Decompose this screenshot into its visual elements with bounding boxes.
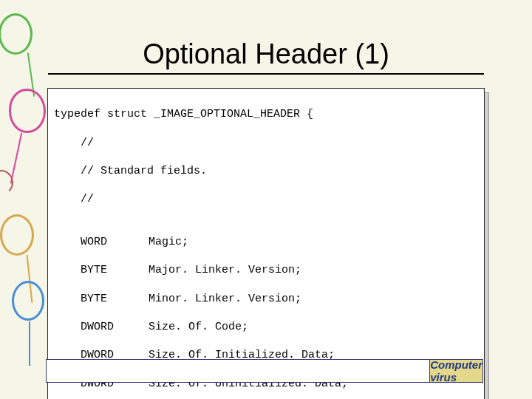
footer: Computer virus <box>46 359 483 383</box>
code-content: typedef struct _IMAGE_OPTIONAL_HEADER { … <box>54 93 478 399</box>
code-line-field: BYTE Major. Linker. Version; <box>54 263 478 277</box>
footer-right: Computer virus <box>429 359 483 383</box>
code-line-field: WORD Magic; <box>54 235 478 249</box>
field-name: Major. Linker. Version; <box>149 264 301 276</box>
code-line-comment: // <box>54 136 478 150</box>
field-type: WORD <box>81 235 135 249</box>
balloon-yellow-icon <box>0 214 34 256</box>
field-name: Size. Of. Code; <box>149 321 248 333</box>
code-box-inner: typedef struct _IMAGE_OPTIONAL_HEADER { … <box>47 88 485 399</box>
code-line-comment: // <box>54 192 478 206</box>
code-line-field: BYTE Minor. Linker. Version; <box>54 292 478 306</box>
field-type: DWORD <box>81 320 135 334</box>
footer-label: Computer virus <box>430 358 482 383</box>
code-box: typedef struct _IMAGE_OPTIONAL_HEADER { … <box>47 88 485 399</box>
code-line-comment: // Standard fields. <box>54 164 478 178</box>
field-type: BYTE <box>81 292 135 306</box>
title-text: Optional Header (1) <box>143 38 389 69</box>
footer-left <box>46 359 429 383</box>
field-name: Magic; <box>149 236 188 248</box>
code-line-field: DWORD Size. Of. Code; <box>54 320 478 334</box>
field-name: Minor. Linker. Version; <box>149 293 301 305</box>
balloon-blue-icon <box>12 281 44 321</box>
page-title: Optional Header (1) <box>0 0 532 82</box>
title-underline <box>48 73 484 75</box>
field-type: BYTE <box>81 263 135 277</box>
balloon-pink-icon <box>9 89 46 133</box>
code-line-decl: typedef struct _IMAGE_OPTIONAL_HEADER { <box>54 107 478 121</box>
